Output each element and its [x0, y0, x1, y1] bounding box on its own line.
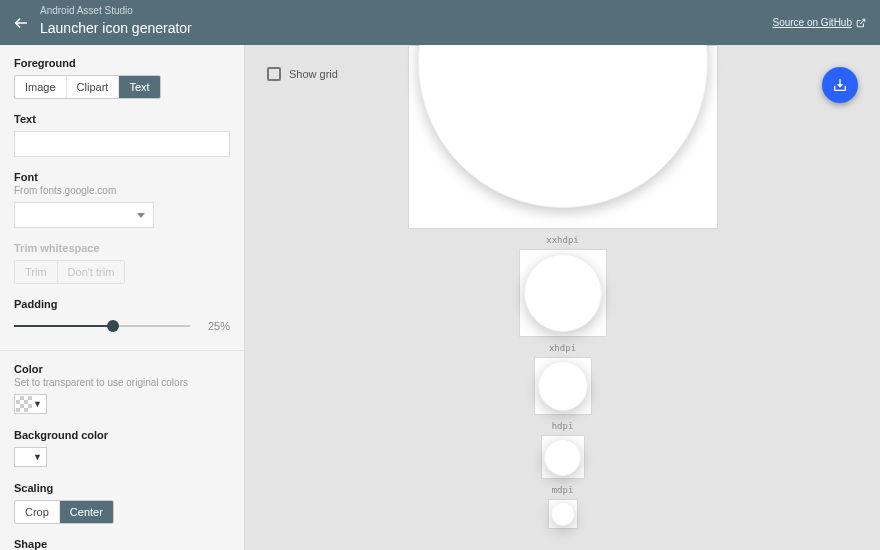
trim-option-dont: Don't trim — [58, 261, 125, 283]
source-github-link[interactable]: Source on GitHub — [773, 17, 867, 28]
app-supertitle: Android Asset Studio — [40, 5, 133, 16]
chevron-down-icon: ▼ — [33, 452, 42, 462]
transparent-swatch-icon — [16, 396, 32, 412]
foreground-tab-clipart[interactable]: Clipart — [67, 76, 120, 98]
chevron-down-icon — [137, 213, 145, 218]
scaling-option-center[interactable]: Center — [60, 501, 113, 523]
trim-option-trim: Trim — [15, 261, 58, 283]
app-header: Android Asset Studio Launcher icon gener… — [0, 0, 880, 45]
dpi-label-xhdpi: xhdpi — [549, 343, 576, 353]
download-button[interactable] — [822, 67, 858, 103]
show-grid-toggle[interactable]: Show grid — [267, 67, 338, 81]
color-sublabel: Set to transparent to use original color… — [14, 377, 230, 388]
external-link-icon — [856, 18, 866, 28]
text-label: Text — [14, 113, 230, 125]
back-button[interactable] — [12, 14, 30, 32]
chevron-down-icon: ▼ — [33, 399, 42, 409]
page-title: Launcher icon generator — [40, 20, 192, 36]
font-label: Font — [14, 171, 230, 183]
bgcolor-picker[interactable]: ▼ — [14, 447, 47, 467]
color-label: Color — [14, 363, 230, 375]
foreground-tab-text[interactable]: Text — [119, 76, 159, 98]
preview-card-xxhdpi — [519, 249, 607, 337]
padding-slider[interactable] — [14, 316, 190, 336]
text-input[interactable] — [14, 131, 230, 157]
shape-label: Shape — [14, 538, 230, 550]
checkbox-icon — [267, 67, 281, 81]
dpi-label-xxhdpi: xxhdpi — [546, 235, 579, 245]
scaling-label: Scaling — [14, 482, 230, 494]
preview-card-mdpi — [548, 499, 578, 529]
preview-card-hdpi — [541, 435, 585, 479]
download-icon — [832, 77, 848, 93]
padding-label: Padding — [14, 298, 230, 310]
foreground-tab-image[interactable]: Image — [15, 76, 67, 98]
color-picker[interactable]: ▼ — [14, 394, 47, 414]
padding-value: 25% — [200, 320, 230, 332]
options-sidebar: Foreground Image Clipart Text Text Font … — [0, 45, 245, 550]
font-sublabel: From fonts.google.com — [14, 185, 230, 196]
font-select[interactable] — [14, 202, 154, 228]
preview-card-xhdpi — [534, 357, 592, 415]
dpi-label-mdpi: mdpi — [552, 485, 574, 495]
scaling-options: Crop Center — [14, 500, 114, 524]
dpi-label-hdpi: hdpi — [552, 421, 574, 431]
scaling-option-crop[interactable]: Crop — [15, 501, 60, 523]
preview-card-xxxhdpi — [408, 45, 718, 229]
trim-options: Trim Don't trim — [14, 260, 125, 284]
foreground-label: Foreground — [14, 57, 230, 69]
trim-label: Trim whitespace — [14, 242, 230, 254]
preview-pane: Show grid xxhdpi xhdpi hdpi mdpi — [245, 45, 880, 550]
foreground-tabs: Image Clipart Text — [14, 75, 161, 99]
bgcolor-label: Background color — [14, 429, 230, 441]
preview-column: xxhdpi xhdpi hdpi mdpi — [408, 45, 718, 529]
svg-line-1 — [860, 19, 865, 24]
white-swatch-icon — [16, 449, 32, 465]
